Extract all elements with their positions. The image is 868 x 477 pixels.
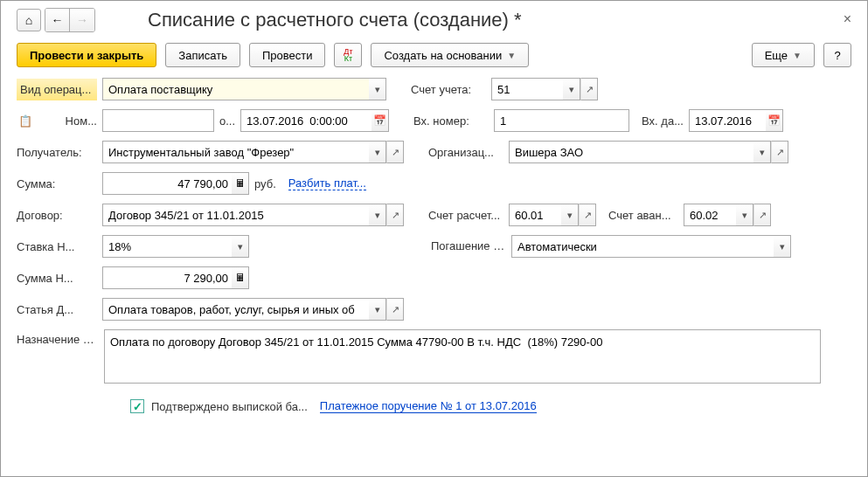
dropdown-button[interactable]: ▾ (753, 141, 771, 163)
dropdown-button[interactable]: ▾ (369, 298, 386, 321)
open-button[interactable]: ↗ (386, 141, 404, 163)
chevron-down-icon: ▼ (507, 51, 516, 60)
vat-rate-input[interactable] (102, 235, 232, 258)
calculator-button[interactable]: 🖩 (232, 172, 249, 195)
dropdown-button[interactable]: ▾ (736, 204, 753, 226)
footer-row: ✓ Подтверждено выпиской ба... Платежное … (17, 399, 851, 413)
purpose-label: Назначение платежа: (17, 329, 97, 347)
calendar-icon: 📋 (17, 112, 34, 129)
more-button[interactable]: Еще ▼ (752, 43, 815, 67)
sum-combo: 🖩 (102, 172, 249, 195)
debt-settle-combo: ▾ (511, 235, 791, 258)
account-input[interactable] (491, 78, 563, 100)
dropdown-button[interactable]: ▾ (369, 141, 386, 163)
article-input[interactable] (102, 298, 369, 321)
debt-settle-input[interactable] (511, 235, 774, 258)
date-input[interactable] (240, 109, 372, 132)
org-label: Организац... (428, 146, 503, 159)
create-based-label: Создать на основании (384, 49, 502, 62)
in-date-input[interactable] (689, 109, 766, 132)
create-based-button[interactable]: Создать на основании ▼ (371, 43, 529, 67)
recipient-label: Получатель: (17, 146, 97, 159)
settle-acc-input[interactable] (509, 204, 561, 226)
article-combo: ▾ ↗ (102, 298, 404, 321)
advance-acc-label: Счет аван... (608, 209, 678, 222)
post-close-button[interactable]: Провести и закрыть (17, 43, 156, 67)
from-label: о... (219, 114, 235, 128)
in-date-combo: 📅 (689, 109, 783, 132)
vat-rate-combo: ▾ (102, 235, 249, 258)
article-label: Статья Д... (17, 303, 97, 316)
toolbar: Провести и закрыть Записать Провести ДтК… (17, 43, 851, 67)
window-title: Списание с расчетного счета (создание) * (113, 9, 851, 31)
org-input[interactable] (509, 141, 753, 163)
calendar-button[interactable]: 📅 (372, 109, 389, 132)
nav-group: ← → (45, 8, 95, 32)
sum-input[interactable] (102, 172, 232, 195)
split-payment-link[interactable]: Разбить плат... (288, 176, 366, 190)
contract-input[interactable] (102, 204, 369, 226)
recipient-combo: ▾ ↗ (102, 141, 404, 163)
confirmed-label: Подтверждено выпиской ба... (151, 400, 308, 413)
open-button[interactable]: ↗ (580, 78, 598, 100)
dropdown-button[interactable]: ▾ (369, 204, 386, 226)
calculator-button[interactable]: 🖩 (232, 266, 249, 289)
post-button[interactable]: Провести (249, 43, 326, 67)
titlebar: ⌂ ← → Списание с расчетного счета (созда… (17, 8, 851, 32)
dropdown-button[interactable]: ▾ (561, 204, 579, 226)
number-label: Ном... (39, 114, 97, 128)
org-combo: ▾ ↗ (509, 141, 788, 163)
document-window: ⌂ ← → Списание с расчетного счета (созда… (0, 0, 868, 477)
dropdown-button[interactable]: ▾ (563, 78, 580, 100)
open-button[interactable]: ↗ (753, 204, 771, 226)
date-combo: 📅 (240, 109, 389, 132)
open-button[interactable]: ↗ (579, 204, 596, 226)
debt-settle-label: Погашение задолженно... (431, 240, 506, 252)
home-button[interactable]: ⌂ (17, 9, 41, 31)
dropdown-button[interactable]: ▾ (232, 235, 249, 258)
form-body: Вид операц... ▾ Счет учета: ▾ ↗ 📋 Ном... (17, 78, 851, 413)
save-button[interactable]: Записать (165, 43, 240, 67)
dt-kt-button[interactable]: ДтКт (334, 43, 362, 67)
in-date-label: Вх. да... (642, 114, 684, 128)
close-icon[interactable]: × (844, 11, 851, 27)
more-label: Еще (765, 49, 788, 62)
dropdown-button[interactable]: ▾ (369, 78, 386, 100)
in-number-input[interactable] (494, 109, 629, 132)
settle-acc-label: Счет расчет... (428, 209, 503, 222)
vat-sum-combo: 🖩 (102, 266, 249, 289)
back-button[interactable]: ← (45, 9, 70, 31)
forward-button: → (70, 9, 94, 31)
account-label: Счет учета: (411, 83, 486, 96)
purpose-textarea[interactable] (104, 329, 821, 384)
contract-label: Договор: (17, 209, 97, 222)
op-type-combo: ▾ (102, 78, 386, 100)
rub-label: руб. (254, 177, 276, 190)
help-button[interactable]: ? (823, 43, 851, 67)
vat-rate-label: Ставка Н... (17, 240, 97, 253)
open-button[interactable]: ↗ (386, 298, 404, 321)
account-combo: ▾ ↗ (491, 78, 598, 100)
chevron-down-icon: ▼ (793, 51, 802, 60)
open-button[interactable]: ↗ (771, 141, 788, 163)
advance-acc-input[interactable] (684, 204, 736, 226)
contract-combo: ▾ ↗ (102, 204, 404, 226)
payment-order-link[interactable]: Платежное поручение № 1 от 13.07.2016 (320, 399, 537, 413)
settle-acc-combo: ▾ ↗ (509, 204, 596, 226)
dt-kt-icon: ДтКт (344, 48, 352, 62)
vat-sum-label: Сумма Н... (17, 272, 97, 285)
vat-sum-input[interactable] (102, 266, 232, 289)
advance-acc-combo: ▾ ↗ (684, 204, 771, 226)
dropdown-button[interactable]: ▾ (774, 235, 791, 258)
sum-label: Сумма: (17, 177, 97, 190)
number-input[interactable] (102, 109, 214, 132)
in-number-label: Вх. номер: (413, 114, 489, 128)
op-type-label: Вид операц... (17, 79, 97, 100)
op-type-input[interactable] (102, 78, 369, 100)
confirmed-checkbox[interactable]: ✓ (130, 399, 144, 413)
open-button[interactable]: ↗ (386, 204, 404, 226)
calendar-button[interactable]: 📅 (766, 109, 783, 132)
recipient-input[interactable] (102, 141, 369, 163)
